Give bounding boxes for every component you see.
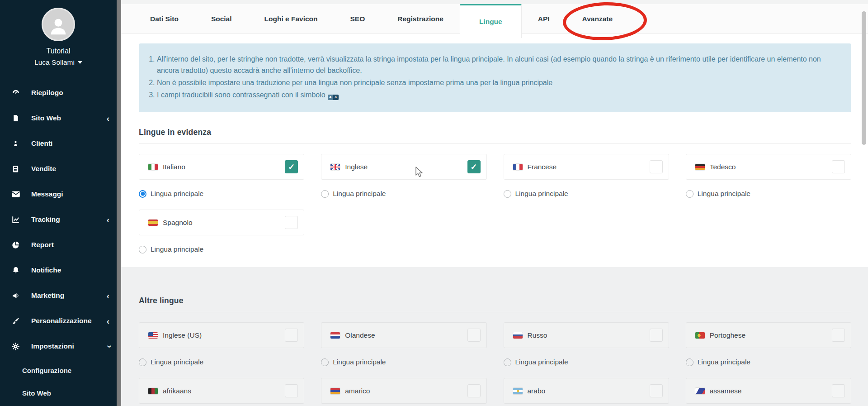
flag-gb-icon [330, 164, 340, 170]
language-name: Spagnolo [163, 219, 193, 227]
flag-as-icon [695, 388, 705, 394]
language-card-russo[interactable]: Russo [504, 322, 669, 348]
sidebar-subitem-configurazione[interactable]: Configurazione [0, 359, 117, 382]
principal-radio-inglese-us[interactable] [139, 358, 146, 366]
language-card-portoghese[interactable]: Portoghese [686, 322, 851, 348]
language-card-assamese[interactable]: assamese [686, 378, 851, 404]
language-card-arabo[interactable]: arabo [504, 378, 669, 404]
principal-radio-russo[interactable] [504, 358, 511, 366]
sidebar-item-label: Personalizzazione [31, 317, 92, 325]
principal-radio-portoghese[interactable] [686, 358, 693, 366]
language-checkbox-arabo[interactable] [650, 384, 663, 397]
principal-radio-inglese[interactable] [321, 190, 329, 198]
principal-radio-row-russo[interactable]: Lingua principale [504, 358, 669, 366]
flag-fr-icon [513, 164, 523, 170]
principal-radio-tedesco[interactable] [686, 190, 693, 198]
sidebar-item-marketing[interactable]: Marketing‹ [0, 283, 117, 308]
tab-api[interactable]: API [522, 4, 566, 33]
featured-language-grid: Italiano✓Lingua principaleInglese✓Lingua… [139, 154, 851, 253]
tab-registrazione[interactable]: Registrazione [381, 4, 460, 33]
tab-dati-sito[interactable]: Dati Sito [134, 4, 195, 33]
language-card-inglese-us[interactable]: Inglese (US) [139, 322, 304, 348]
language-card-olandese[interactable]: Olandese [321, 322, 486, 348]
principal-radio-row-francese[interactable]: Lingua principale [504, 190, 669, 198]
language-checkbox-italiano[interactable]: ✓ [285, 160, 298, 173]
sidebar-item-personalizzazione[interactable]: Personalizzazione‹ [0, 308, 117, 334]
principal-radio-label: Lingua principale [515, 358, 568, 366]
sidebar-subitem-sito-web[interactable]: Sito Web [0, 382, 117, 404]
section-featured-languages: Lingue in evidenza Italiano✓Lingua princ… [139, 128, 851, 253]
language-cell-inglese: Inglese✓Lingua principale [321, 154, 486, 198]
language-cell-tedesco: TedescoLingua principale [686, 154, 851, 198]
language-name: Inglese (US) [163, 331, 202, 339]
sidebar-item-messaggi[interactable]: Messaggi [0, 182, 117, 207]
principal-radio-row-portoghese[interactable]: Lingua principale [686, 358, 851, 366]
tab-seo[interactable]: SEO [334, 4, 382, 33]
sidebar-item-notifiche[interactable]: Notifiche [0, 258, 117, 283]
tab-social[interactable]: Social [195, 4, 248, 33]
language-checkbox-olandese[interactable] [467, 329, 481, 342]
principal-radio-row-tedesco[interactable]: Lingua principale [686, 190, 851, 198]
language-checkbox-afrikaans[interactable] [285, 384, 298, 397]
language-cell-afrikaans: afrikaansLingua principale [139, 378, 304, 406]
calculator-icon [11, 164, 20, 173]
other-language-grid: Inglese (US)Lingua principaleOlandeseLin… [139, 322, 851, 406]
sidebar-item-riepilogo[interactable]: Riepilogo [0, 80, 117, 105]
sidebar-scrollbar[interactable] [117, 0, 121, 406]
sidebar-item-label: Tracking [31, 215, 60, 224]
language-checkbox-inglese[interactable]: ✓ [467, 160, 481, 173]
chevron-down-icon [78, 61, 82, 64]
language-card-spagnolo[interactable]: Spagnolo [139, 210, 304, 235]
sidebar-item-clienti[interactable]: Clienti [0, 131, 117, 156]
language-cell-arabo: araboLingua principale [504, 378, 669, 406]
user-menu[interactable]: Luca Sollami [34, 58, 82, 67]
page-scrollbar[interactable] [862, 11, 866, 145]
principal-radio-row-italiano[interactable]: Lingua principale [139, 190, 304, 198]
megaphone-icon [11, 291, 20, 300]
principal-radio-italiano[interactable] [139, 190, 146, 198]
principal-radio-olandese[interactable] [321, 358, 329, 366]
sidebar-item-sito-web[interactable]: Sito Web‹ [0, 105, 117, 131]
sidebar-item-vendite[interactable]: Vendite [0, 156, 117, 182]
chevron-left-icon: ‹ [107, 114, 109, 123]
language-checkbox-tedesco[interactable] [832, 160, 845, 173]
tab-avanzate[interactable]: Avanzate [566, 4, 629, 33]
language-card-tedesco[interactable]: Tedesco [686, 154, 851, 180]
language-card-francese[interactable]: Francese [504, 154, 669, 180]
principal-radio-row-olandese[interactable]: Lingua principale [321, 358, 486, 366]
language-name: Inglese [345, 163, 368, 171]
tab-lingue[interactable]: Lingue [460, 4, 522, 38]
principal-radio-label: Lingua principale [515, 190, 568, 198]
divider [139, 312, 851, 312]
language-card-afrikaans[interactable]: afrikaans [139, 378, 304, 404]
sidebar-item-report[interactable]: Report [0, 232, 117, 258]
language-card-italiano[interactable]: Italiano✓ [139, 154, 304, 180]
avatar[interactable] [42, 8, 75, 41]
language-checkbox-francese[interactable] [650, 160, 663, 173]
sidebar-item-label: Sito Web [31, 114, 61, 122]
flag-us-icon [148, 332, 158, 339]
flag-it-icon [148, 164, 158, 170]
language-checkbox-russo[interactable] [650, 329, 663, 342]
principal-radio-francese[interactable] [504, 190, 511, 198]
translate-icon: Aa [328, 95, 339, 100]
sidebar-item-impostazioni[interactable]: Impostazioni‹ [0, 334, 117, 359]
language-name: Italiano [163, 163, 185, 171]
language-name: assamese [710, 387, 742, 395]
principal-radio-row-inglese-us[interactable]: Lingua principale [139, 358, 304, 366]
language-checkbox-inglese-us[interactable] [285, 329, 298, 342]
language-card-inglese[interactable]: Inglese✓ [321, 154, 486, 180]
sidebar-item-tracking[interactable]: Tracking‹ [0, 207, 117, 232]
principal-radio-spagnolo[interactable] [139, 246, 146, 253]
language-checkbox-portoghese[interactable] [832, 329, 845, 342]
language-checkbox-assamese[interactable] [832, 384, 845, 397]
chevron-left-icon: ‹ [107, 215, 109, 224]
tab-loghi-e-favicon[interactable]: Loghi e Favicon [248, 4, 334, 33]
principal-radio-row-inglese[interactable]: Lingua principale [321, 190, 486, 198]
principal-radio-row-spagnolo[interactable]: Lingua principale [139, 245, 304, 253]
envelope-icon [11, 190, 20, 199]
sidebar-item-label: Clienti [31, 139, 52, 148]
language-checkbox-amarico[interactable] [467, 384, 481, 397]
language-checkbox-spagnolo[interactable] [285, 216, 298, 229]
language-card-amarico[interactable]: amarico [321, 378, 486, 404]
